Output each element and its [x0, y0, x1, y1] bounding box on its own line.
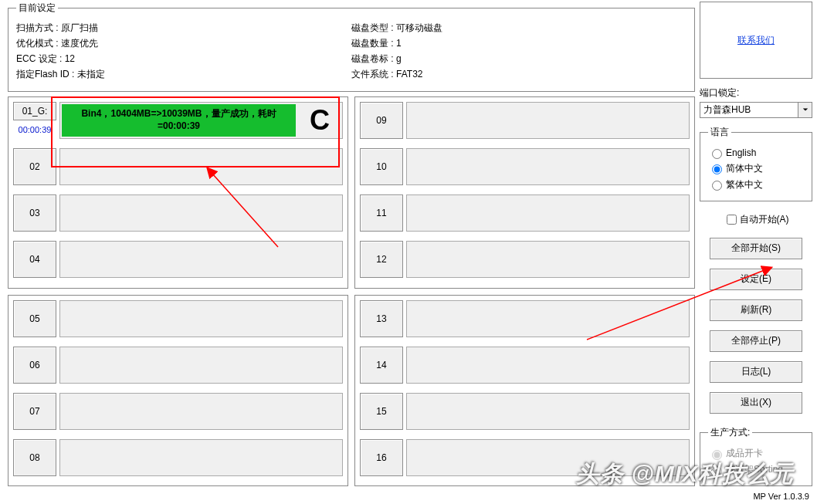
settings-button[interactable]: 设定(E): [710, 269, 802, 290]
slot-panel-2: 09 10 11 12: [354, 96, 695, 289]
stop-all-button[interactable]: 全部停止(P): [710, 330, 802, 352]
language-option-simplified[interactable]: 简体中文: [708, 162, 804, 175]
setting-disk-count: 磁盘数量 : 1: [351, 37, 686, 50]
current-settings-group: 目前设定 扫描方式 : 原厂扫描 优化模式 : 速度优先 ECC 设定 : 12…: [8, 2, 695, 92]
production-option-card[interactable]: 成品开卡: [708, 447, 804, 460]
language-legend: 语言: [708, 126, 731, 139]
slot-row-01: 01_G: 00:00:39 Bin4，10404MB=>10039MB，量产成…: [13, 102, 343, 139]
start-all-button[interactable]: 全部开始(S): [710, 238, 802, 259]
setting-filesystem: 文件系统 : FAT32: [351, 68, 686, 81]
exit-button[interactable]: 退出(X): [710, 392, 802, 414]
slot-row-03: 03: [13, 194, 343, 232]
contact-us-link[interactable]: 联系我们: [737, 34, 775, 47]
slot-button-05[interactable]: 05: [13, 300, 56, 337]
slot-message-01: Bin4，10404MB=>10039MB，量产成功，耗时=00:00:39: [62, 104, 296, 137]
auto-start-checkbox[interactable]: 自动开始(A): [700, 212, 812, 227]
slot-button-04[interactable]: 04: [13, 241, 56, 278]
slot-button-12[interactable]: 12: [360, 241, 403, 278]
setting-optimize-mode: 优化模式 : 速度优先: [16, 37, 351, 50]
setting-flash-id: 指定Flash ID : 未指定: [16, 68, 351, 81]
version-label: MP Ver 1.0.3.9: [753, 492, 809, 501]
refresh-button[interactable]: 刷新(R): [710, 299, 802, 321]
settings-legend: 目前设定: [16, 2, 58, 15]
slot-button-09[interactable]: 09: [360, 102, 403, 139]
slot-panel-1: 01_G: 00:00:39 Bin4，10404MB=>10039MB，量产成…: [8, 96, 348, 289]
language-option-traditional[interactable]: 繁体中文: [708, 178, 804, 191]
slot-button-01[interactable]: 01_G:: [13, 102, 56, 120]
slot-button-10[interactable]: 10: [360, 148, 403, 185]
setting-disk-volume: 磁盘卷标 : g: [351, 52, 686, 66]
chevron-down-icon[interactable]: [798, 103, 812, 117]
contact-box: 联系我们: [700, 2, 812, 79]
slot-button-03[interactable]: 03: [13, 194, 56, 232]
language-option-english[interactable]: English: [708, 147, 804, 159]
slot-row-02: 02: [13, 148, 343, 185]
production-group: 生产方式: 成品开卡 测试架Sorting: [700, 426, 812, 486]
port-lock-label: 端口锁定:: [700, 86, 812, 100]
language-group: 语言 English 简体中文 繁体中文: [700, 126, 812, 201]
slot-button-07[interactable]: 07: [13, 393, 56, 430]
slot-button-14[interactable]: 14: [360, 347, 403, 384]
slot-button-16[interactable]: 16: [360, 439, 403, 476]
log-button[interactable]: 日志(L): [710, 361, 802, 383]
port-lock-value: 力普森HUB: [700, 103, 798, 117]
slot-button-08[interactable]: 08: [13, 439, 56, 476]
slot-button-11[interactable]: 11: [360, 194, 403, 232]
setting-disk-type: 磁盘类型 : 可移动磁盘: [351, 22, 686, 35]
slot-panel-3: 05 06 07 08: [8, 295, 348, 487]
setting-ecc: ECC 设定 : 12: [16, 52, 351, 66]
slot-time-01: 00:00:39: [13, 121, 56, 138]
slot-button-02[interactable]: 02: [13, 148, 56, 185]
setting-scan-mode: 扫描方式 : 原厂扫描: [16, 22, 351, 35]
slot-panel-4: 13 14 15 16: [354, 295, 695, 487]
slot-button-06[interactable]: 06: [13, 347, 56, 384]
slot-row-04: 04: [13, 241, 343, 278]
slot-status-letter-01: C: [297, 103, 342, 138]
slot-button-13[interactable]: 13: [360, 300, 403, 337]
slots-grid: 01_G: 00:00:39 Bin4，10404MB=>10039MB，量产成…: [8, 96, 695, 486]
slot-button-15[interactable]: 15: [360, 393, 403, 430]
production-legend: 生产方式:: [708, 426, 752, 439]
port-lock-combo[interactable]: 力普森HUB: [700, 102, 812, 118]
production-option-sorting[interactable]: 测试架Sorting: [708, 463, 804, 476]
